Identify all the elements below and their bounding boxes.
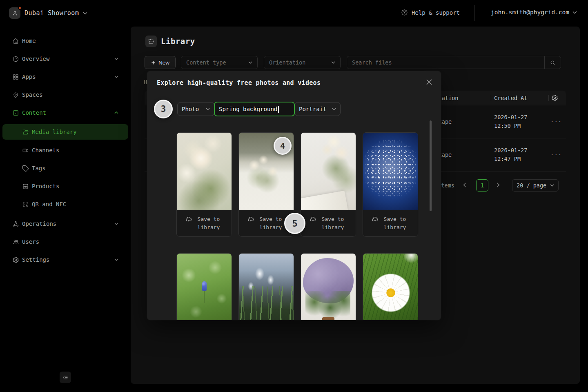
sidebar-item-operations[interactable]: Operations bbox=[6, 215, 125, 233]
apps-grid-icon bbox=[12, 74, 19, 80]
column-divider bbox=[548, 95, 549, 101]
sidebar-item-channels[interactable]: Channels bbox=[6, 141, 125, 159]
stock-photo-card: Save to library bbox=[176, 132, 232, 237]
library-folder-icon bbox=[145, 36, 157, 47]
save-to-library-button[interactable]: Save to library bbox=[363, 210, 418, 236]
search-button[interactable] bbox=[544, 56, 561, 69]
sidebar-item-tags[interactable]: Tags bbox=[6, 159, 125, 177]
workspace-selector[interactable]: Dubai Showroom bbox=[9, 7, 87, 19]
stock-photo-card: Save to library bbox=[238, 253, 294, 320]
qr-code-icon bbox=[22, 201, 29, 208]
orientation-filter[interactable]: Orientation bbox=[264, 56, 341, 69]
chevron-down-icon bbox=[331, 61, 335, 64]
orientation-placeholder: Orientation bbox=[269, 59, 305, 66]
workspace-name: Dubai Showroom bbox=[24, 9, 79, 17]
sidebar-item-label: Overview bbox=[22, 56, 49, 62]
chevron-down-icon bbox=[114, 223, 118, 225]
sidebar-item-label: Spaces bbox=[22, 91, 43, 98]
stock-search-value: Spring background bbox=[219, 106, 277, 112]
photo-decoration bbox=[322, 317, 334, 320]
home-icon bbox=[12, 38, 19, 45]
step-badge-4: 4 bbox=[274, 137, 292, 155]
content-type-filter[interactable]: Content type bbox=[181, 56, 258, 69]
chevron-down-icon bbox=[114, 258, 118, 261]
stock-photo-thumbnail[interactable] bbox=[363, 254, 418, 320]
chevron-right-icon bbox=[497, 183, 500, 187]
stock-photo-thumbnail[interactable] bbox=[301, 254, 356, 320]
account-menu[interactable]: john.smith@phygrid.com bbox=[491, 9, 577, 16]
table-settings-icon[interactable] bbox=[551, 94, 558, 101]
stock-photo-thumbnail[interactable] bbox=[301, 133, 356, 210]
media-type-select[interactable]: Photo bbox=[177, 102, 214, 116]
content-list-icon bbox=[12, 109, 19, 116]
page-size-value: 20 / page bbox=[517, 182, 546, 189]
cloud-upload-icon bbox=[185, 216, 192, 223]
stock-search-input[interactable]: Spring background bbox=[214, 102, 295, 116]
new-button-label: New bbox=[158, 60, 169, 66]
sidebar-item-media-library[interactable]: Media library bbox=[2, 124, 128, 140]
menu-fold-icon bbox=[62, 374, 69, 381]
save-to-library-button[interactable]: Save to library bbox=[177, 210, 232, 236]
sidebar-item-label: Users bbox=[22, 238, 39, 245]
gauge-icon bbox=[12, 56, 19, 62]
modal-title: Explore high-quality free photos and vid… bbox=[157, 79, 321, 87]
stock-photo-card: Save to library bbox=[301, 253, 356, 320]
help-support-button[interactable]: Help & support bbox=[401, 9, 460, 16]
page-size-select[interactable]: 20 / page bbox=[512, 179, 559, 192]
chevron-down-icon bbox=[114, 58, 118, 60]
folder-open-icon bbox=[22, 129, 29, 136]
sidebar-item-content[interactable]: Content bbox=[6, 104, 125, 122]
sidebar-item-apps[interactable]: Apps bbox=[6, 68, 125, 86]
gear-icon bbox=[12, 256, 19, 263]
close-icon[interactable] bbox=[426, 79, 433, 86]
help-support-label: Help & support bbox=[412, 9, 460, 16]
pagination-prev-button[interactable] bbox=[463, 183, 466, 187]
sidebar-item-home[interactable]: Home bbox=[6, 32, 125, 50]
chevron-down-icon bbox=[248, 61, 252, 64]
photo-decoration bbox=[202, 281, 207, 291]
app-root: Dubai Showroom Help & support john.smith… bbox=[0, 0, 588, 392]
search-files-input[interactable] bbox=[347, 56, 544, 69]
sidebar-item-label: QR and NFC bbox=[32, 201, 66, 207]
pagination-next-button[interactable] bbox=[497, 183, 500, 187]
row-actions-button[interactable]: ··· bbox=[550, 151, 562, 158]
sidebar-item-users[interactable]: Users bbox=[6, 233, 125, 251]
sidebar-item-label: Tags bbox=[32, 165, 46, 172]
users-icon bbox=[12, 238, 19, 245]
chevron-down-icon bbox=[572, 11, 577, 14]
workspace-avatar bbox=[9, 7, 20, 19]
sidebar-item-qr-nfc[interactable]: QR and NFC bbox=[6, 195, 125, 213]
sidebar-item-spaces[interactable]: Spaces bbox=[6, 86, 125, 104]
photo-decoration bbox=[239, 286, 294, 320]
stock-photo-thumbnail[interactable] bbox=[177, 133, 232, 210]
stock-photo-thumbnail[interactable] bbox=[177, 254, 232, 320]
cell-created-at: 2026-01-27 12:47 PM bbox=[494, 146, 527, 163]
stock-photo-thumbnail[interactable] bbox=[363, 133, 418, 210]
new-button[interactable]: New bbox=[145, 56, 176, 69]
photo-decoration bbox=[204, 291, 205, 303]
pagination-page-1[interactable]: 1 bbox=[476, 179, 488, 192]
sidebar-item-label: Settings bbox=[22, 256, 49, 263]
stock-photo-card: Save to library bbox=[363, 253, 418, 320]
photo-decoration bbox=[371, 273, 410, 312]
topbar-divider bbox=[474, 5, 475, 21]
collapse-sidebar-button[interactable] bbox=[60, 372, 71, 383]
sidebar-item-overview[interactable]: Overview bbox=[6, 50, 125, 68]
map-pin-icon bbox=[12, 91, 19, 98]
tag-icon bbox=[22, 165, 29, 172]
sidebar-item-label: Products bbox=[32, 183, 59, 189]
sidebar-item-settings[interactable]: Settings bbox=[6, 251, 125, 269]
stock-photo-thumbnail[interactable] bbox=[239, 254, 294, 320]
modal-scrollbar[interactable] bbox=[430, 120, 432, 211]
chevron-down-icon bbox=[332, 108, 336, 110]
stock-orientation-select[interactable]: Portrait bbox=[294, 102, 341, 116]
cloud-upload-icon bbox=[310, 216, 316, 223]
topbar: Dubai Showroom Help & support john.smith… bbox=[0, 0, 588, 27]
stock-photo-card: Save to library bbox=[176, 253, 232, 320]
sidebar-item-label: Channels bbox=[32, 147, 59, 154]
photo-decoration bbox=[305, 291, 350, 318]
save-to-library-button[interactable]: Save to library bbox=[301, 210, 356, 236]
row-actions-button[interactable]: ··· bbox=[550, 118, 562, 125]
sidebar-item-products[interactable]: Products bbox=[6, 177, 125, 195]
storefront-icon bbox=[22, 183, 29, 190]
